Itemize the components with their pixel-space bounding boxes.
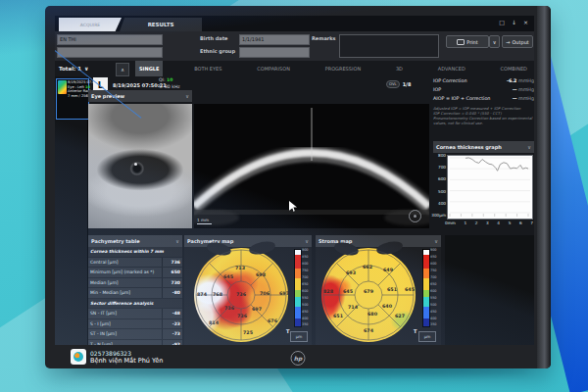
patient-bar: EN THI Birth date 1/1/1941 Ethnic group … bbox=[55, 31, 534, 61]
scan-eye: Eye : Left bbox=[68, 85, 84, 89]
tab-advanced[interactable]: ADVANCED bbox=[434, 61, 469, 76]
print-label: Print bbox=[466, 39, 478, 45]
screen: ACQUIRE RESULTS □ ↓ × EN THI Birth date … bbox=[55, 16, 534, 345]
pachymetry-table-label: Pachymetry table bbox=[91, 235, 140, 247]
output-icon: → bbox=[506, 39, 510, 45]
unit-box: µm bbox=[290, 331, 308, 342]
printer-icon bbox=[457, 39, 465, 45]
remarks-label: Remarks bbox=[312, 34, 336, 43]
oct-bscan-image[interactable]: 1 mm bbox=[194, 104, 429, 228]
tab-single[interactable]: SINGLE bbox=[135, 61, 163, 76]
tab-progression[interactable]: PROGRESSION bbox=[321, 61, 365, 76]
tab-both-eyes[interactable]: BOTH EYES bbox=[190, 61, 225, 76]
table-row: ST - IN [µm]-73 bbox=[88, 329, 182, 339]
pachymetry-table-header[interactable]: Pachymetry table ∨ bbox=[88, 235, 182, 247]
table-row: S - I [µm]-23 bbox=[88, 319, 182, 329]
ethnic-group-label: Ethnic group bbox=[200, 47, 235, 56]
window-close-icon[interactable]: × bbox=[523, 19, 528, 25]
monitor: ACQUIRE RESULTS □ ↓ × EN THI Birth date … bbox=[45, 6, 551, 368]
ethnic-group-field[interactable] bbox=[239, 47, 310, 58]
speed-value: 80 kHz bbox=[165, 84, 180, 89]
print-button[interactable]: Print bbox=[446, 35, 489, 48]
hp-logo: hp bbox=[291, 351, 306, 366]
stroma-color-scale bbox=[422, 249, 430, 327]
scan-list-item[interactable]: 8/19/2025 07:50:21 Eye : Left 10 Anterio… bbox=[56, 78, 89, 120]
iop-row: IOP — mmHg bbox=[433, 85, 534, 94]
chevron-down-icon: ∨ bbox=[175, 235, 179, 247]
orientation-icon bbox=[409, 210, 421, 222]
row-label: Median [µm] bbox=[88, 278, 162, 288]
tab-comparison[interactable]: COMPARISON bbox=[253, 61, 294, 76]
table-row: Minimum [µm] (marked as *)650 bbox=[88, 268, 182, 277]
birth-date-label: Birth date bbox=[200, 34, 227, 43]
eye-preview-header[interactable]: Eye preview ∨ bbox=[88, 90, 192, 102]
overlay-toggle[interactable]: OVL bbox=[386, 80, 400, 88]
iop-row: IOP Correction -6.2 mmHg bbox=[433, 76, 534, 85]
monitor-bezel bbox=[537, 6, 551, 368]
collapse-sidebar-button[interactable]: ∧ bbox=[116, 63, 129, 76]
table-row: T - N [µm]-92 bbox=[88, 340, 182, 346]
patient-id-field[interactable] bbox=[57, 47, 163, 58]
pachymetry-map-panel: Pachymetry map ∨ T bbox=[184, 235, 312, 345]
view-tabbar: Total: 1 ∨ ∧ SINGLE BOTH EYES COMPARISON… bbox=[55, 61, 534, 76]
iop-row-label: IOP bbox=[433, 85, 441, 94]
chevron-down-icon: ∨ bbox=[305, 235, 309, 247]
pachymetry-map-header[interactable]: Pachymetry map ∨ bbox=[184, 235, 312, 247]
chevron-down-icon: ∨ bbox=[84, 66, 88, 72]
iop-row: AIOP = IOP + Correction — mmHg bbox=[433, 94, 534, 103]
temporal-label: T bbox=[286, 328, 289, 334]
row-value: -92 bbox=[162, 340, 182, 346]
cornea-graph-header[interactable]: Cornea thickness graph ∨ bbox=[433, 141, 534, 153]
table-row: Median [µm]730 bbox=[88, 278, 182, 288]
table-section-header: Cornea thickness within 7 mm bbox=[88, 247, 182, 257]
tab-results[interactable]: RESULTS bbox=[120, 18, 202, 31]
clinic-badge: 02573896323 Bệnh viện Mắt Phú Yên bbox=[71, 349, 163, 365]
row-label: ST - IN [µm] bbox=[88, 329, 162, 339]
pachymetry-table-panel: Pachymetry table ∨ Cornea thickness with… bbox=[88, 235, 182, 345]
table-section-header: Sector difference analysis bbox=[88, 299, 182, 309]
titlebar: ACQUIRE RESULTS □ ↓ × bbox=[55, 16, 534, 31]
view-tabs: SINGLE BOTH EYES COMPARISON PROGRESSION … bbox=[135, 61, 531, 76]
clinic-phone: 02573896323 bbox=[90, 350, 163, 357]
scan-qi: 10 bbox=[85, 85, 90, 89]
pachymetry-scale-labels: 900850800750700650600550500450400350 bbox=[302, 249, 314, 327]
remarks-field[interactable] bbox=[339, 34, 439, 58]
window-down-icon[interactable]: ↓ bbox=[512, 19, 516, 25]
row-label: Central [µm] bbox=[88, 258, 162, 268]
chevron-down-icon: ∨ bbox=[434, 235, 438, 247]
qi-label: QI: bbox=[159, 77, 166, 82]
hp-logo-text: hp bbox=[294, 355, 303, 362]
tab-combined[interactable]: COMBINED bbox=[497, 61, 531, 76]
stroma-scale-labels: 900850800750700650600550500450400350 bbox=[430, 249, 442, 327]
row-value: 736 bbox=[162, 258, 182, 268]
scene: ACQUIRE RESULTS □ ↓ × EN THI Birth date … bbox=[0, 0, 588, 392]
iop-row-unit: mmHg bbox=[518, 96, 534, 101]
window-restore-icon[interactable]: □ bbox=[499, 19, 505, 25]
iop-row-value: — bbox=[513, 96, 517, 101]
output-button[interactable]: → Output bbox=[502, 35, 533, 48]
row-label: SN - IT [µm] bbox=[88, 309, 162, 318]
scale-bar-label: 1 mm bbox=[197, 218, 212, 224]
iop-row-unit: mmHg bbox=[518, 87, 534, 92]
clinic-logo-icon bbox=[71, 349, 86, 365]
eye-preview-image bbox=[88, 104, 192, 228]
patient-name-field[interactable]: EN THI bbox=[57, 34, 163, 45]
tab-acquire[interactable]: ACQUIRE bbox=[59, 18, 122, 31]
iop-row-value: — bbox=[513, 87, 517, 92]
scan-thumbnail bbox=[58, 80, 67, 94]
cornea-arc bbox=[194, 104, 429, 228]
unit-box: µm bbox=[418, 331, 436, 342]
row-value: 650 bbox=[162, 268, 182, 277]
print-options-caret[interactable]: ∨ bbox=[489, 35, 500, 48]
table-row: SN - IT [µm]-48 bbox=[88, 309, 182, 318]
iop-panel: IOP Correction -6.2 mmHg IOP — mmHg AIOP… bbox=[433, 76, 534, 139]
iop-notes: Adjusted IOP = IOP measured + IOP Correc… bbox=[433, 106, 534, 125]
row-value: -80 bbox=[162, 288, 182, 298]
table-row: Min - Median [µm]-80 bbox=[88, 288, 182, 298]
iop-row-label: IOP Correction bbox=[433, 76, 466, 85]
tab-3d[interactable]: 3D bbox=[392, 61, 407, 76]
chevron-down-icon: ∨ bbox=[185, 90, 189, 102]
birth-date-field[interactable]: 1/1/1941 bbox=[239, 34, 310, 45]
frame-pager[interactable]: OVL 1/8 bbox=[386, 80, 411, 88]
row-label: Min - Median [µm] bbox=[88, 288, 162, 298]
